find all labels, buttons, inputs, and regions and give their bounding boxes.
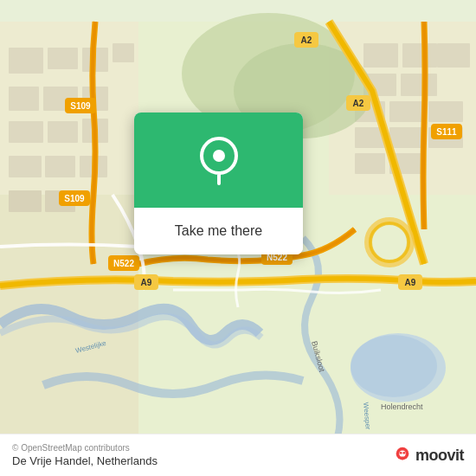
popup-button-area: Take me there [134,208,303,254]
location-name: De Vrije Handel, Netherlands [12,454,158,467]
svg-rect-16 [9,190,42,212]
bottom-bar: © OpenStreetMap contributors De Vrije Ha… [0,434,476,476]
popup-green-background [134,113,303,208]
svg-text:S109: S109 [64,194,85,203]
svg-text:A2: A2 [301,35,312,45]
moovit-brand-text: moovit [415,447,464,465]
location-pin [200,137,238,183]
svg-point-62 [400,452,402,454]
svg-text:S109: S109 [70,101,91,111]
svg-rect-20 [402,43,437,68]
copyright-text: © OpenStreetMap contributors [12,443,158,453]
svg-text:A9: A9 [141,278,152,287]
popup-card: Take me there [134,113,303,254]
svg-rect-3 [9,48,43,74]
svg-rect-19 [363,43,398,68]
svg-rect-14 [45,156,75,177]
svg-text:N522: N522 [113,259,134,268]
moovit-icon [393,446,412,465]
svg-text:A2: A2 [353,99,364,108]
svg-rect-23 [401,74,437,96]
svg-rect-13 [9,156,42,177]
svg-rect-26 [428,101,463,122]
pin-circle [200,137,238,175]
svg-text:S111: S111 [436,127,457,137]
svg-rect-7 [9,87,39,111]
pin-dot [213,150,225,162]
svg-rect-6 [113,43,134,62]
bottom-info: © OpenStreetMap contributors De Vrije Ha… [12,443,158,467]
svg-point-63 [402,452,405,454]
svg-rect-10 [9,121,43,143]
svg-rect-21 [437,43,470,68]
svg-rect-28 [389,127,424,148]
svg-point-35 [351,335,437,397]
map-container: A2 A2 A9 A9 N522 N522 S109 S109 S111 Bui… [0,0,476,476]
svg-rect-25 [389,101,424,122]
svg-rect-30 [355,153,385,174]
take-me-there-button[interactable]: Take me there [148,216,289,246]
svg-text:A9: A9 [405,278,416,287]
moovit-logo: moovit [393,446,464,465]
svg-rect-11 [48,121,78,143]
svg-rect-4 [48,48,78,69]
pin-stem [217,175,221,185]
svg-text:Holendrecht: Holendrecht [381,402,423,411]
